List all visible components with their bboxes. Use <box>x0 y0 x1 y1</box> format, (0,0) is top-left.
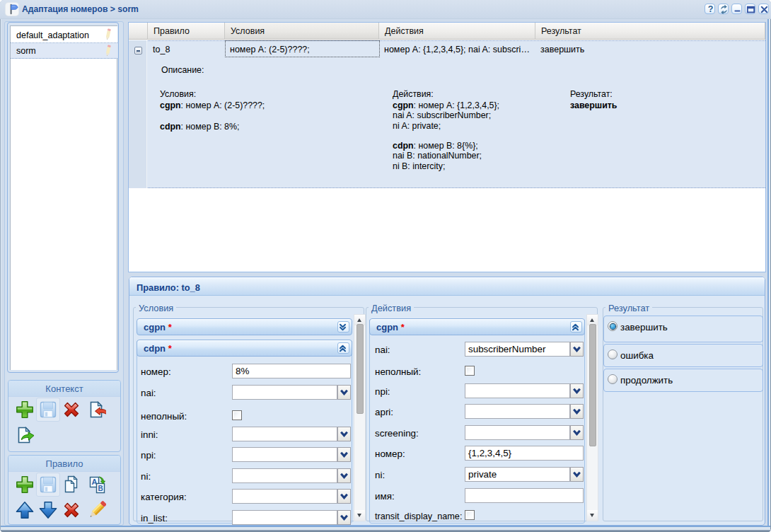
svg-text:B: B <box>98 485 103 492</box>
